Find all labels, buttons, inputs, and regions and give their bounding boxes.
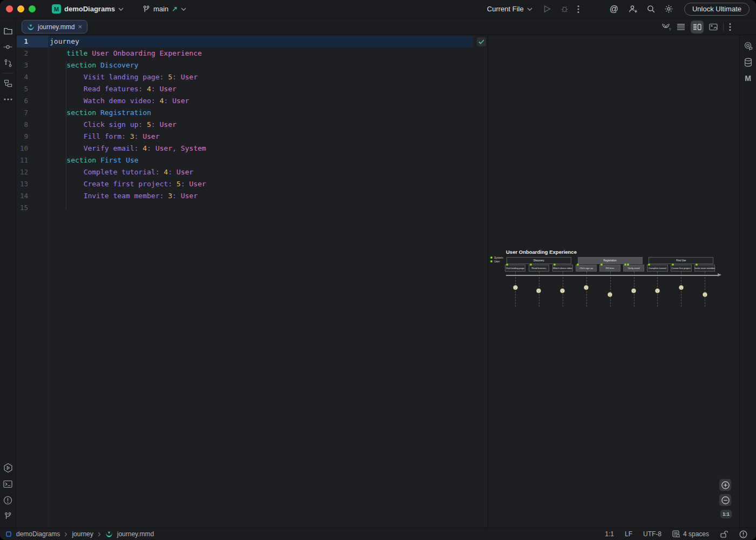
- code-text: Complete tutorial: 4: User: [45, 166, 193, 178]
- terminal-tool-button[interactable]: [0, 476, 16, 492]
- zoom-out-button[interactable]: [719, 494, 731, 506]
- minimize-window-button[interactable]: [17, 5, 24, 12]
- ai-assistant-icon[interactable]: @: [610, 4, 618, 14]
- code-text: section First Use: [45, 154, 138, 166]
- journey-task: Fill form: [599, 265, 620, 272]
- fullscreen-window-button[interactable]: [29, 5, 36, 12]
- mermaid-file-icon: [105, 531, 113, 537]
- indent-widget[interactable]: 4 spaces: [672, 530, 709, 538]
- journey-task: Watch demo video: [552, 265, 573, 272]
- pull-requests-tool-button[interactable]: [0, 55, 16, 71]
- code-line[interactable]: 9 Fill form: 3: User: [17, 131, 488, 143]
- journey-task: Create first project: [671, 265, 692, 272]
- breadcrumb-item[interactable]: journey.mmd: [117, 530, 154, 538]
- project-widget[interactable]: M demoDiagrams: [52, 4, 124, 14]
- more-tool-windows-icon[interactable]: [0, 91, 16, 107]
- breadcrumb-item[interactable]: demoDiagrams: [16, 530, 60, 538]
- code-line[interactable]: 4 Visit landing page: 5: User: [17, 71, 488, 83]
- code-line[interactable]: 11 section First Use: [17, 154, 488, 166]
- journey-score-face: [584, 285, 589, 290]
- journey-score-face: [560, 288, 565, 293]
- line-separator-widget[interactable]: LF: [625, 530, 632, 538]
- settings-gear-icon[interactable]: [664, 4, 673, 14]
- encoding-widget[interactable]: UTF-8: [643, 530, 662, 538]
- journey-task: Invite team member: [694, 265, 716, 272]
- journey-actor-dot: [696, 264, 698, 266]
- services-tool-button[interactable]: [0, 460, 16, 476]
- caret-position-widget[interactable]: 1:1: [605, 530, 614, 538]
- show-editor-and-preview-icon[interactable]: [691, 21, 704, 33]
- project-tool-button[interactable]: [0, 23, 16, 39]
- zoom-reset-button[interactable]: 1:1: [720, 510, 732, 518]
- code-line[interactable]: 10 Verify email: 4: User, System: [17, 143, 488, 154]
- close-window-button[interactable]: [6, 5, 13, 12]
- zoom-in-button[interactable]: [719, 479, 731, 491]
- code-text: Fill form: 3: User: [45, 131, 160, 143]
- code-line[interactable]: 6 Watch demo video: 4: User: [17, 95, 488, 107]
- run-button[interactable]: [543, 5, 551, 13]
- plus-circle-icon: [721, 481, 730, 489]
- diagram-title: User Onboarding Experience: [506, 249, 577, 255]
- add-user-icon[interactable]: [629, 5, 638, 13]
- code-text: Invite team member: 3: User: [45, 190, 198, 202]
- git-tool-button[interactable]: [0, 508, 16, 524]
- line-number: 10: [17, 143, 45, 154]
- structure-tool-button[interactable]: [0, 75, 16, 91]
- database-tool-button[interactable]: [740, 54, 756, 70]
- debug-button[interactable]: [561, 5, 569, 13]
- breadcrumb-item[interactable]: journey: [72, 530, 93, 538]
- diagram-legend-item: User: [490, 260, 500, 263]
- unlock-ultimate-button[interactable]: Unlock Ultimate: [684, 3, 750, 16]
- mermaid-chart-tool-button[interactable]: M: [740, 70, 756, 86]
- tab-close-icon[interactable]: ×: [78, 23, 82, 30]
- code-line[interactable]: 3 section Discovery: [17, 59, 488, 71]
- legend-actor-label: User: [494, 260, 500, 263]
- git-branch-widget[interactable]: main ↗: [142, 5, 186, 14]
- show-preview-only-icon[interactable]: [709, 23, 718, 31]
- project-name: demoDiagrams: [64, 5, 115, 13]
- strip-divider: [3, 73, 14, 73]
- code-line[interactable]: 5 Read features: 4: User: [17, 83, 488, 95]
- show-editor-only-icon[interactable]: [677, 23, 685, 31]
- code-line[interactable]: 7 section Registration: [17, 107, 488, 119]
- line-number: 5: [17, 83, 45, 95]
- more-actions-icon[interactable]: [577, 5, 579, 14]
- code-text: section Registration: [45, 107, 151, 119]
- problems-tool-button[interactable]: [0, 492, 16, 508]
- indent-label: 4 spaces: [683, 530, 709, 538]
- minus-circle-icon: [721, 496, 730, 504]
- ai-chat-tool-button[interactable]: [740, 38, 756, 54]
- code-line[interactable]: 15: [17, 202, 488, 214]
- inspections-ok-widget[interactable]: [477, 37, 486, 46]
- search-icon[interactable]: [647, 5, 655, 13]
- line-number: 13: [17, 178, 45, 190]
- line-number: 3: [17, 59, 45, 71]
- journey-task: Click sign up: [576, 265, 597, 272]
- mermaid-preview-panel[interactable]: User Onboarding ExperienceSystemUserDisc…: [489, 35, 739, 528]
- code-line[interactable]: 14 Invite team member: 3: User: [17, 190, 488, 202]
- code-line[interactable]: 12 Complete tutorial: 4: User: [17, 166, 488, 178]
- editor-more-options-icon[interactable]: [729, 23, 731, 31]
- code-line[interactable]: 2 title User Onboarding Experience: [17, 48, 488, 59]
- run-configuration-selector[interactable]: Current File: [487, 5, 532, 13]
- run-configuration-name: Current File: [487, 5, 524, 13]
- module-icon: [5, 531, 12, 537]
- code-editor[interactable]: 1journey2 title User Onboarding Experien…: [17, 35, 488, 528]
- toolbar-divider: [723, 23, 724, 31]
- lock-widget[interactable]: [720, 530, 728, 538]
- code-line[interactable]: 13 Create first project: 5: User: [17, 178, 488, 190]
- editor-lines: 1journey2 title User Onboarding Experien…: [17, 36, 488, 214]
- journey-score-face: [513, 285, 518, 290]
- mermaid-help-icon[interactable]: ?: [662, 23, 671, 31]
- commit-tool-button[interactable]: [0, 39, 16, 55]
- error-indicator-icon[interactable]: [739, 530, 747, 538]
- code-line[interactable]: 1journey: [17, 36, 488, 48]
- svg-text:?: ?: [669, 28, 671, 31]
- line-number: 15: [17, 202, 45, 214]
- journey-score-face: [703, 292, 707, 297]
- tab-journey-mmd[interactable]: journey.mmd ×: [22, 20, 87, 33]
- code-text: [45, 202, 50, 214]
- chevron-down-icon: [181, 8, 186, 11]
- code-line[interactable]: 8 Click sign up: 5: User: [17, 119, 488, 131]
- journey-task: Visit landing page: [505, 265, 526, 272]
